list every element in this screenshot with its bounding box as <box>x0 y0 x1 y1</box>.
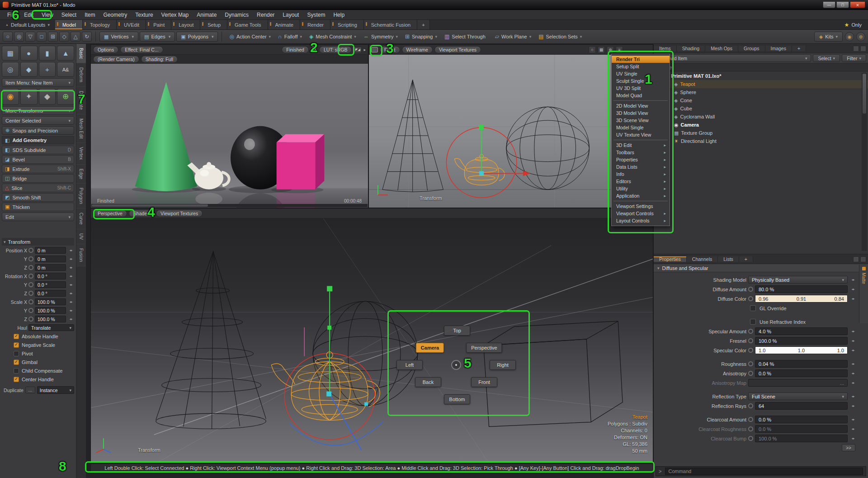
new-item-icon-button[interactable]: ⊕ <box>57 88 74 105</box>
render-status-button[interactable]: Finished <box>282 46 309 53</box>
channel-ring-icon[interactable] <box>28 317 33 322</box>
context-menu-item[interactable]: Toolbars ▸ <box>612 149 670 156</box>
numeric-input[interactable]: 0.0 ° <box>35 290 66 297</box>
sidebar-vertical-tab[interactable]: Fusion <box>76 244 86 266</box>
primitive-tool-button[interactable]: A& <box>57 62 74 77</box>
context-menu-item[interactable] <box>613 201 668 201</box>
menu-item[interactable]: Animate <box>193 11 220 19</box>
new-item-icon-button[interactable]: ✦ <box>20 88 38 105</box>
geometry-tool-button[interactable]: ◧ SDS Subdivide D <box>2 146 74 154</box>
numeric-input[interactable]: 100.0 % <box>35 307 66 314</box>
channel-ring-icon[interactable] <box>748 361 753 366</box>
toolbar-tool-button[interactable]: ◈ Mesh Constraint ▾ <box>306 32 360 42</box>
context-menu-item[interactable]: 3D Edit ▸ <box>612 142 670 149</box>
add-geometry-header[interactable]: ◧ Add Geometry <box>2 136 74 144</box>
toolbar-icon[interactable]: □ <box>37 32 47 42</box>
transform-header[interactable]: Transform <box>2 238 74 246</box>
toolbar-tool-button[interactable]: ▤ Selection Sets ▾ <box>535 32 585 42</box>
mini-slider-arrows[interactable] <box>849 287 856 291</box>
perspective-view-type-dropdown[interactable]: Perspective <box>93 210 127 217</box>
help-round-icon[interactable]: ◉ <box>845 32 854 41</box>
channel-ring-icon[interactable] <box>748 296 753 301</box>
channel-ring-icon[interactable] <box>748 348 753 353</box>
mini-slider-arrows[interactable] <box>67 248 74 252</box>
haul-dropdown[interactable]: Translate <box>28 324 74 331</box>
item-list-tab[interactable]: + <box>792 46 806 51</box>
mini-slider-arrows[interactable] <box>849 329 856 333</box>
mini-slider-arrows[interactable] <box>67 291 74 295</box>
layout-tab[interactable]: Render <box>300 20 330 29</box>
mini-slider-arrows[interactable] <box>849 278 856 282</box>
layout-tab[interactable]: + <box>417 20 429 29</box>
context-menu-item[interactable]: 3D Model View <box>612 109 670 117</box>
render-camera-dropdown[interactable]: (Render Camera) <box>93 56 139 63</box>
only-toggle[interactable]: ★ Only <box>838 20 868 29</box>
numeric-input[interactable]: 0 m <box>35 264 66 271</box>
mini-slider-arrows[interactable] <box>67 308 74 312</box>
toolbar-tool-button[interactable]: ▥ Select Through <box>441 32 491 42</box>
toolbar-icon[interactable]: ◎ <box>14 32 24 42</box>
primitive-tool-button[interactable]: ◎ <box>2 62 19 77</box>
viewport-menu-arrow-icon[interactable] <box>363 47 366 52</box>
context-menu-item[interactable]: Info ▸ <box>612 170 670 178</box>
mini-slider-arrows[interactable] <box>849 394 856 398</box>
front-viewport[interactable]: Front Wireframe Viewport Textures ○ ▦ ⊕ … <box>368 44 653 208</box>
sidebar-vertical-tab[interactable]: Edge <box>76 165 86 184</box>
checkbox[interactable] <box>14 368 19 374</box>
context-menu-item[interactable]: UV Texture View <box>612 131 670 138</box>
fresnel-input[interactable]: 100.0 % <box>755 337 848 345</box>
nav-bottom-button[interactable]: Bottom <box>444 394 470 404</box>
lut-dropdown[interactable]: LUT: sRGB <box>319 46 352 53</box>
item-list-tab[interactable]: Shading <box>677 46 706 51</box>
context-menu-item[interactable]: Viewport Settings <box>612 203 670 210</box>
item-list-tab[interactable]: Groups <box>738 46 765 51</box>
more-transforms-dropdown[interactable]: More Transforms <box>2 106 74 115</box>
item-row[interactable]: ◈ Cone <box>654 96 868 104</box>
layout-tab[interactable]: Paint <box>146 20 171 29</box>
context-menu-item[interactable]: Model Quad <box>612 92 670 99</box>
nav-right-button[interactable]: Right <box>490 360 516 370</box>
perspective-canvas[interactable]: Transform TeapotPolygons : SubdivChannel… <box>91 218 653 462</box>
channel-ring-icon[interactable] <box>748 417 753 422</box>
item-row[interactable]: ▾ ▤ Primitive MAT 01.lxo* <box>654 72 868 80</box>
primitive-tool-button[interactable]: ● <box>20 46 38 61</box>
item-row[interactable]: ▦ Texture Group <box>654 129 868 137</box>
filter-button[interactable]: Filter <box>842 54 866 62</box>
layout-tab[interactable]: Schematic Fusion <box>364 20 417 29</box>
context-menu-item[interactable]: Editors ▸ <box>612 178 670 185</box>
sidebar-vertical-tab[interactable]: Basic <box>76 44 86 63</box>
layout-tab[interactable]: Setup <box>200 20 227 29</box>
numeric-input[interactable]: 0 m <box>35 256 66 262</box>
zoom-icon[interactable]: ○ <box>589 46 596 53</box>
anisotropy-input[interactable]: 0.0 % <box>755 369 848 377</box>
anisotropy-map-field[interactable]: ... <box>748 379 848 387</box>
primitive-tool-button[interactable]: ◆ <box>20 62 38 77</box>
mini-slider-arrows[interactable] <box>67 283 74 287</box>
channel-ring-icon[interactable] <box>28 291 33 296</box>
numeric-input[interactable]: 100.0 % <box>35 298 66 305</box>
layout-tab[interactable]: Layout <box>171 20 200 29</box>
numeric-input[interactable]: 100.0 % <box>35 316 66 322</box>
mini-slider-arrows[interactable] <box>849 381 856 385</box>
select-button[interactable]: Select <box>813 54 840 62</box>
menu-item[interactable]: Texture <box>132 11 156 19</box>
perspective-shading-dropdown[interactable]: Shaded <box>129 210 154 217</box>
context-menu-item[interactable]: Model Single <box>612 124 670 131</box>
geometry-tool-button[interactable]: ◩ Smooth Shift <box>2 193 74 202</box>
context-menu-item[interactable]: Sculpt Single <box>612 77 670 85</box>
selection-mode-button[interactable]: ▣ Polygons <box>176 32 218 42</box>
duplicate-type-dropdown[interactable]: Instance <box>37 386 74 394</box>
front-textures-toggle[interactable]: Viewport Textures <box>434 46 481 53</box>
layout-tab[interactable]: Scripting <box>330 20 364 29</box>
snaps-precision-button[interactable]: ⊕ Snaps and Precision <box>2 126 74 135</box>
selection-mode-button[interactable]: ▦ Vertices <box>99 32 138 42</box>
item-row[interactable]: ◈ Cyclorama Wall <box>654 113 868 121</box>
menu-item[interactable]: Render <box>253 11 278 19</box>
channel-ring-icon[interactable] <box>28 299 33 304</box>
name-column-header[interactable]: Name <box>654 63 868 71</box>
toolbar-tool-button[interactable]: ▱ Work Plane ▾ <box>491 32 535 42</box>
context-menu-item[interactable]: 2D Model View <box>612 102 670 109</box>
nav-back-button[interactable]: Back <box>415 377 441 387</box>
channel-ring-icon[interactable] <box>28 308 33 313</box>
diffuse-amount-input[interactable]: 80.0 % <box>755 285 848 293</box>
